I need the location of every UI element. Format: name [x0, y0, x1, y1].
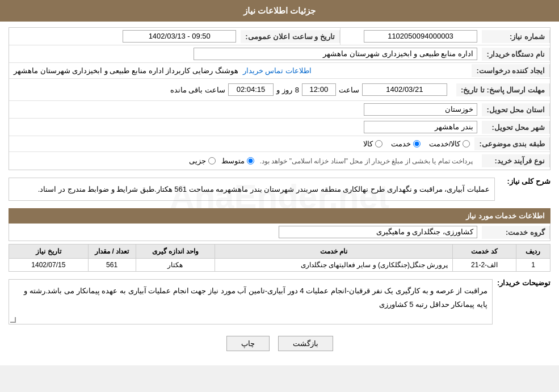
- buyer-org-label: نام دستگاه خریدار:: [482, 48, 550, 61]
- col-service-code: کد خدمت: [453, 245, 516, 259]
- need-description-section: شرح کلی نیاز: عملیات آبیاری، مراقبت و نگ…: [9, 175, 550, 204]
- deadline-time-label: ساعت: [339, 86, 359, 94]
- cell-unit: هکتار: [136, 259, 215, 272]
- deadline-time: 12:00: [302, 83, 336, 96]
- process-type-label: نوع فرآیند خرید:: [482, 154, 550, 167]
- col-unit: واحد اندازه گیری: [136, 245, 215, 259]
- category-kala-khedmat-label: کالا/خدمت: [429, 140, 461, 148]
- process-radio-jozi[interactable]: [208, 157, 216, 165]
- main-content: شماره نیاز: 1102050094000003 تاریخ و ساع…: [0, 22, 559, 365]
- cell-date: 1402/07/15: [9, 259, 89, 272]
- cell-row-num: 1: [516, 259, 550, 272]
- process-type-options: پرداخت تمام یا بخشی از مبلغ خریدار از مح…: [14, 154, 477, 167]
- category-kala-khedmat: کالا/خدمت: [429, 140, 470, 148]
- services-table: ردیف کد خدمت نام خدمت واحد اندازه گیری ت…: [9, 244, 550, 272]
- announcement-date-value: 1402/03/13 - 09:50: [9, 28, 241, 45]
- service-group-value: کشاورزی، جنگلداری و ماهیگیری: [9, 224, 482, 241]
- category-khedmat: خدمت: [391, 140, 421, 148]
- process-motavasset-label: متوسط: [221, 157, 245, 165]
- province-label: استان محل تحویل:: [482, 103, 550, 116]
- buyer-org-value: اداره منابع طبیعی و ابخیزداری شهرستان ما…: [9, 45, 482, 62]
- deadline-remaining: 02:04:15: [228, 83, 274, 96]
- deadline-details: 1402/03/21 ساعت 12:00 8 روز و 02:04:15 س…: [14, 81, 452, 98]
- need-description-text: عملیات آبیاری، مراقبت و نگهداری طرح نهال…: [9, 178, 495, 201]
- cell-service-name: پرورش جنگل(جنگلکاری) و سایر فعالیتهای جن…: [215, 259, 453, 272]
- page-wrapper: AnaEnder.net جزئیات اطلاعات نیاز شماره ن…: [0, 0, 559, 365]
- services-table-header: ردیف کد خدمت نام خدمت واحد اندازه گیری ت…: [9, 245, 550, 259]
- need-number-value: 1102050094000003: [340, 28, 482, 45]
- buyer-org-row: نام دستگاه خریدار: اداره منابع طبیعی و ا…: [9, 45, 550, 63]
- back-button[interactable]: بازگشت: [278, 336, 333, 351]
- cell-quantity: 561: [88, 259, 136, 272]
- creator-label: ایجاد کننده درخواست:: [472, 64, 550, 77]
- deadline-value: 1402/03/21 ساعت 12:00 8 روز و 02:04:15 س…: [9, 79, 456, 100]
- need-number-label: شماره نیاز:: [482, 30, 550, 43]
- deadline-remaining-label: ساعت باقی مانده: [170, 86, 225, 94]
- category-kala-label: کالا: [363, 140, 373, 148]
- province-row: استان محل تحویل: خوزستان: [9, 101, 550, 119]
- buyer-org-input: اداره منابع طبیعی و ابخیزداری شهرستان ما…: [194, 48, 477, 60]
- category-radio-kala-khedmat[interactable]: [463, 140, 470, 147]
- col-date: تاریخ نیاز: [9, 245, 89, 259]
- deadline-row: مهلت ارسال پاسخ: تا تاریخ: 1402/03/21 سا…: [9, 79, 550, 101]
- page-header: جزئیات اطلاعات نیاز: [0, 0, 559, 22]
- print-button[interactable]: چاپ: [226, 336, 270, 351]
- col-quantity: تعداد / مقدار: [88, 245, 136, 259]
- col-service-name: نام خدمت: [215, 245, 453, 259]
- province-value: خوزستان: [9, 101, 482, 118]
- category-kala: کالا: [363, 140, 383, 148]
- service-group-row: گروه خدمت: کشاورزی، جنگلداری و ماهیگیری: [9, 224, 550, 241]
- need-number-row: شماره نیاز: 1102050094000003 تاریخ و ساع…: [9, 28, 550, 45]
- deadline-day-label: روز و: [276, 86, 292, 94]
- services-section: اطلاعات خدمات مورد نیاز گروه خدمت: کشاور…: [9, 208, 550, 272]
- process-jozi-label: جزیی: [189, 157, 206, 165]
- process-type-value: پرداخت تمام یا بخشی از مبلغ خریدار از مح…: [9, 152, 482, 170]
- need-description-label: شرح کلی نیاز:: [499, 175, 550, 186]
- category-row: طبقه بندی موضوعی: کالا/خدمت خدمت: [9, 136, 550, 152]
- process-type-note: پرداخت تمام یا بخشی از مبلغ خریدار از مح…: [260, 157, 473, 165]
- table-row: 1 الف-2-21 پرورش جنگل(جنگلکاری) و سایر ف…: [9, 259, 550, 272]
- category-radio-group: کالا/خدمت خدمت کالا: [14, 140, 470, 148]
- need-number-input: 1102050094000003: [364, 30, 477, 43]
- announcement-date-input: 1402/03/13 - 09:50: [123, 30, 236, 43]
- city-value: بندر ماهشهر: [9, 119, 482, 136]
- process-jozi: جزیی: [189, 157, 216, 165]
- city-input: بندر ماهشهر: [364, 121, 477, 133]
- category-radio-kala[interactable]: [375, 140, 383, 147]
- category-label: طبقه بندی موضوعی:: [474, 137, 550, 150]
- category-radio-khedmat[interactable]: [413, 140, 421, 147]
- action-buttons: بازگشت چاپ: [9, 327, 550, 360]
- city-row: شهر محل تحویل: بندر ماهشهر: [9, 119, 550, 136]
- buyer-description-section: توضیحات خریدار: مراقبت از عرصه و به کارگ…: [9, 276, 550, 327]
- creator-row: ایجاد کننده درخواست: اطلاعات تماس خریدار…: [9, 63, 550, 79]
- page-title: جزئیات اطلاعات نیاز: [243, 6, 316, 15]
- services-table-body: 1 الف-2-21 پرورش جنگل(جنگلکاری) و سایر ف…: [9, 259, 550, 272]
- process-type-row: نوع فرآیند خرید: پرداخت تمام یا بخشی از …: [9, 152, 550, 170]
- city-label: شهر محل تحویل:: [482, 121, 550, 134]
- buyer-description-label: توضیحات خریدار:: [497, 276, 550, 287]
- creator-link[interactable]: اطلاعات تماس خریدار: [243, 66, 312, 75]
- need-description-row: شرح کلی نیاز: عملیات آبیاری، مراقبت و نگ…: [9, 175, 550, 204]
- cell-service-code: الف-2-21: [453, 259, 516, 272]
- services-header-row: ردیف کد خدمت نام خدمت واحد اندازه گیری ت…: [9, 245, 550, 259]
- col-row-num: ردیف: [516, 245, 550, 259]
- service-group-label: گروه خدمت:: [482, 226, 550, 239]
- resize-handle: [10, 317, 16, 323]
- deadline-label: مهلت ارسال پاسخ: تا تاریخ:: [456, 83, 550, 96]
- category-value: کالا/خدمت خدمت کالا: [9, 137, 474, 150]
- category-khedmat-label: خدمت: [391, 140, 411, 148]
- creator-value: اطلاعات تماس خریدار هوشنگ رضایی کاربرداز…: [9, 64, 472, 77]
- service-group-input: کشاورزی، جنگلداری و ماهیگیری: [279, 226, 477, 238]
- deadline-days-value: 8: [295, 86, 299, 94]
- buyer-description-content: مراقبت از عرصه و به کارگیری یک نفر قرقبا…: [24, 286, 487, 308]
- buyer-description-text: مراقبت از عرصه و به کارگیری یک نفر قرقبا…: [9, 279, 493, 324]
- creator-text: هوشنگ رضایی کاربرداز اداره منابع طبیعی و…: [14, 66, 238, 75]
- top-info-section: شماره نیاز: 1102050094000003 تاریخ و ساع…: [9, 27, 550, 170]
- province-input: خوزستان: [364, 103, 477, 116]
- services-section-title: اطلاعات خدمات مورد نیاز: [9, 208, 550, 224]
- deadline-date: 1402/03/21: [362, 83, 447, 96]
- process-motavasset: متوسط: [221, 157, 254, 165]
- announcement-date-label: تاریخ و ساعت اعلان عمومی:: [241, 30, 340, 43]
- process-radio-motavasset[interactable]: [247, 157, 254, 165]
